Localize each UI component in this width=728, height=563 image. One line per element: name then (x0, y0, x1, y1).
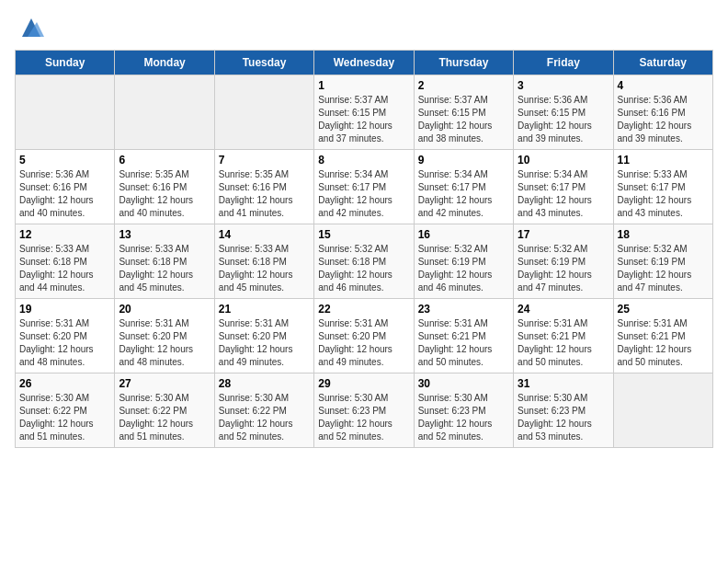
day-number: 12 (19, 228, 110, 241)
calendar-cell: 18Sunrise: 5:32 AMSunset: 6:19 PMDayligh… (613, 224, 712, 299)
day-number: 2 (418, 79, 509, 92)
day-info: Sunrise: 5:36 AMSunset: 6:16 PMDaylight:… (618, 94, 709, 145)
day-number: 10 (518, 154, 609, 167)
day-info: Sunrise: 5:31 AMSunset: 6:20 PMDaylight:… (318, 317, 409, 369)
day-number: 20 (119, 303, 210, 316)
day-number: 19 (19, 303, 110, 316)
day-number: 30 (418, 377, 509, 390)
calendar-cell (16, 75, 115, 150)
calendar-cell: 13Sunrise: 5:33 AMSunset: 6:18 PMDayligh… (115, 224, 214, 299)
day-header-friday: Friday (514, 51, 613, 75)
calendar-cell: 12Sunrise: 5:33 AMSunset: 6:18 PMDayligh… (16, 224, 115, 299)
day-number: 9 (418, 154, 509, 167)
calendar-week-5: 26Sunrise: 5:30 AMSunset: 6:22 PMDayligh… (16, 373, 713, 448)
day-info: Sunrise: 5:30 AMSunset: 6:22 PMDaylight:… (119, 392, 210, 443)
day-number: 14 (219, 228, 310, 241)
calendar-cell: 20Sunrise: 5:31 AMSunset: 6:20 PMDayligh… (115, 299, 214, 373)
day-number: 24 (518, 303, 609, 316)
day-info: Sunrise: 5:31 AMSunset: 6:21 PMDaylight:… (618, 317, 709, 369)
calendar: SundayMondayTuesdayWednesdayThursdayFrid… (15, 50, 713, 448)
calendar-cell: 10Sunrise: 5:34 AMSunset: 6:17 PMDayligh… (514, 150, 613, 224)
calendar-cell: 14Sunrise: 5:33 AMSunset: 6:18 PMDayligh… (214, 224, 313, 299)
day-header-monday: Monday (115, 51, 214, 75)
calendar-cell: 29Sunrise: 5:30 AMSunset: 6:23 PMDayligh… (314, 373, 414, 448)
calendar-cell: 9Sunrise: 5:34 AMSunset: 6:17 PMDaylight… (414, 150, 513, 224)
calendar-cell: 5Sunrise: 5:36 AMSunset: 6:16 PMDaylight… (16, 150, 115, 224)
day-number: 28 (219, 377, 310, 390)
day-number: 11 (618, 154, 709, 167)
logo (15, 15, 44, 40)
calendar-week-4: 19Sunrise: 5:31 AMSunset: 6:20 PMDayligh… (16, 299, 713, 373)
calendar-cell: 1Sunrise: 5:37 AMSunset: 6:15 PMDaylight… (314, 75, 414, 150)
calendar-cell: 21Sunrise: 5:31 AMSunset: 6:20 PMDayligh… (214, 299, 313, 373)
day-info: Sunrise: 5:31 AMSunset: 6:20 PMDaylight:… (19, 317, 110, 369)
calendar-cell (613, 373, 712, 448)
day-info: Sunrise: 5:30 AMSunset: 6:23 PMDaylight:… (318, 392, 409, 443)
day-info: Sunrise: 5:37 AMSunset: 6:15 PMDaylight:… (418, 94, 509, 145)
day-number: 22 (318, 303, 409, 316)
calendar-cell: 31Sunrise: 5:30 AMSunset: 6:23 PMDayligh… (514, 373, 613, 448)
day-info: Sunrise: 5:33 AMSunset: 6:18 PMDaylight:… (219, 243, 310, 294)
day-number: 6 (119, 154, 210, 167)
calendar-cell: 22Sunrise: 5:31 AMSunset: 6:20 PMDayligh… (314, 299, 414, 373)
day-number: 5 (19, 154, 110, 167)
day-header-wednesday: Wednesday (314, 51, 414, 75)
day-header-tuesday: Tuesday (214, 51, 313, 75)
day-number: 26 (19, 377, 110, 390)
day-number: 16 (418, 228, 509, 241)
calendar-cell: 24Sunrise: 5:31 AMSunset: 6:21 PMDayligh… (514, 299, 613, 373)
calendar-week-3: 12Sunrise: 5:33 AMSunset: 6:18 PMDayligh… (16, 224, 713, 299)
calendar-body: 1Sunrise: 5:37 AMSunset: 6:15 PMDaylight… (16, 75, 713, 448)
calendar-cell: 8Sunrise: 5:34 AMSunset: 6:17 PMDaylight… (314, 150, 414, 224)
day-info: Sunrise: 5:32 AMSunset: 6:18 PMDaylight:… (318, 243, 409, 294)
day-number: 7 (219, 154, 310, 167)
calendar-cell: 17Sunrise: 5:32 AMSunset: 6:19 PMDayligh… (514, 224, 613, 299)
calendar-cell: 4Sunrise: 5:36 AMSunset: 6:16 PMDaylight… (613, 75, 712, 150)
calendar-cell: 2Sunrise: 5:37 AMSunset: 6:15 PMDaylight… (414, 75, 513, 150)
calendar-cell: 30Sunrise: 5:30 AMSunset: 6:23 PMDayligh… (414, 373, 513, 448)
day-number: 31 (518, 377, 609, 390)
calendar-cell: 23Sunrise: 5:31 AMSunset: 6:21 PMDayligh… (414, 299, 513, 373)
day-header-sunday: Sunday (16, 51, 115, 75)
day-info: Sunrise: 5:36 AMSunset: 6:16 PMDaylight:… (19, 168, 110, 220)
day-number: 15 (318, 228, 409, 241)
days-header-row: SundayMondayTuesdayWednesdayThursdayFrid… (16, 51, 713, 75)
day-info: Sunrise: 5:31 AMSunset: 6:20 PMDaylight:… (219, 317, 310, 369)
day-info: Sunrise: 5:36 AMSunset: 6:15 PMDaylight:… (518, 94, 609, 145)
day-info: Sunrise: 5:33 AMSunset: 6:17 PMDaylight:… (618, 168, 709, 220)
calendar-cell (115, 75, 214, 150)
calendar-cell: 16Sunrise: 5:32 AMSunset: 6:19 PMDayligh… (414, 224, 513, 299)
calendar-cell: 7Sunrise: 5:35 AMSunset: 6:16 PMDaylight… (214, 150, 313, 224)
day-number: 29 (318, 377, 409, 390)
calendar-cell: 27Sunrise: 5:30 AMSunset: 6:22 PMDayligh… (115, 373, 214, 448)
header (15, 15, 713, 40)
calendar-cell: 6Sunrise: 5:35 AMSunset: 6:16 PMDaylight… (115, 150, 214, 224)
day-number: 3 (518, 79, 609, 92)
day-number: 8 (318, 154, 409, 167)
day-number: 21 (219, 303, 310, 316)
calendar-cell: 25Sunrise: 5:31 AMSunset: 6:21 PMDayligh… (613, 299, 712, 373)
day-header-thursday: Thursday (414, 51, 513, 75)
day-info: Sunrise: 5:31 AMSunset: 6:21 PMDaylight:… (418, 317, 509, 369)
day-info: Sunrise: 5:31 AMSunset: 6:20 PMDaylight:… (119, 317, 210, 369)
day-header-saturday: Saturday (613, 51, 712, 75)
calendar-cell: 15Sunrise: 5:32 AMSunset: 6:18 PMDayligh… (314, 224, 414, 299)
day-info: Sunrise: 5:32 AMSunset: 6:19 PMDaylight:… (518, 243, 609, 294)
day-info: Sunrise: 5:34 AMSunset: 6:17 PMDaylight:… (318, 168, 409, 220)
calendar-week-2: 5Sunrise: 5:36 AMSunset: 6:16 PMDaylight… (16, 150, 713, 224)
calendar-cell: 26Sunrise: 5:30 AMSunset: 6:22 PMDayligh… (16, 373, 115, 448)
day-info: Sunrise: 5:37 AMSunset: 6:15 PMDaylight:… (318, 94, 409, 145)
day-number: 27 (119, 377, 210, 390)
day-info: Sunrise: 5:34 AMSunset: 6:17 PMDaylight:… (518, 168, 609, 220)
day-number: 4 (618, 79, 709, 92)
calendar-cell: 3Sunrise: 5:36 AMSunset: 6:15 PMDaylight… (514, 75, 613, 150)
calendar-cell: 28Sunrise: 5:30 AMSunset: 6:22 PMDayligh… (214, 373, 313, 448)
day-info: Sunrise: 5:30 AMSunset: 6:22 PMDaylight:… (219, 392, 310, 443)
day-info: Sunrise: 5:30 AMSunset: 6:23 PMDaylight:… (518, 392, 609, 443)
day-info: Sunrise: 5:30 AMSunset: 6:22 PMDaylight:… (19, 392, 110, 443)
logo-icon (18, 15, 44, 40)
day-number: 13 (119, 228, 210, 241)
day-info: Sunrise: 5:35 AMSunset: 6:16 PMDaylight:… (219, 168, 310, 220)
day-info: Sunrise: 5:34 AMSunset: 6:17 PMDaylight:… (418, 168, 509, 220)
day-number: 23 (418, 303, 509, 316)
